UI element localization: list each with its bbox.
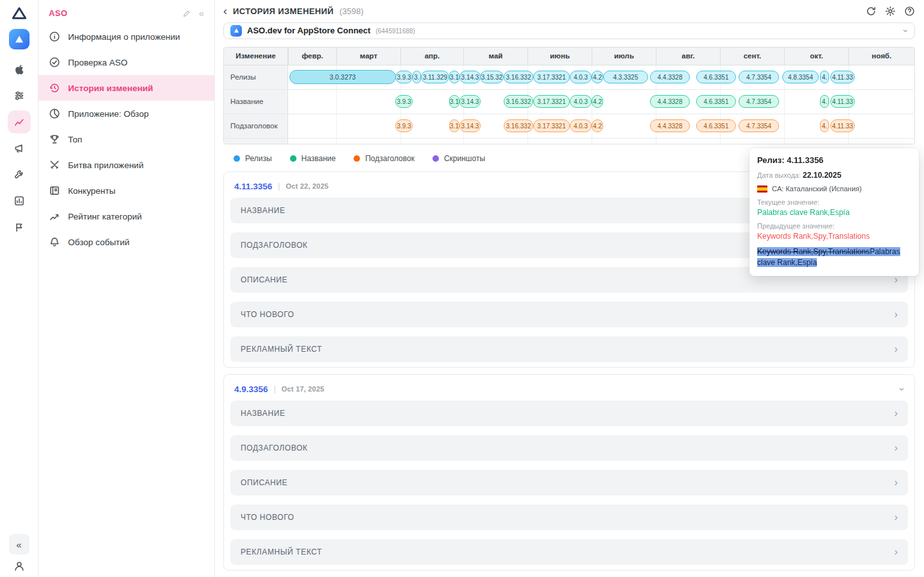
sidebar-item[interactable]: Рейтинг категорий (38, 203, 214, 229)
release-version-link[interactable]: 4.9.3356 (234, 384, 268, 394)
chevron-down-icon[interactable]: › (898, 388, 907, 391)
reports-icon[interactable] (8, 189, 31, 212)
sidebar-item[interactable]: Битва приложений (38, 152, 214, 178)
version-pill[interactable]: 3.0.3273 (289, 70, 396, 84)
legend-item[interactable]: Релизы (234, 154, 272, 163)
sidebar-item[interactable]: Проверка ASO (38, 49, 214, 75)
sidebar-item[interactable]: Топ (38, 126, 214, 152)
field-row[interactable]: ЧТО НОВОГО› (230, 504, 908, 530)
refresh-icon[interactable] (866, 6, 877, 17)
version-pill[interactable]: 3.9.3 (395, 71, 413, 83)
grid-cell (848, 90, 914, 114)
settings-icon[interactable] (885, 6, 896, 17)
tooltip-title: Релиз: 4.11.3356 (757, 155, 911, 165)
sidebar-item[interactable]: Обзор событий (38, 229, 214, 255)
timeline-row: Подзаголовок3.9.33.13.14.33.16.3323.17.3… (224, 114, 914, 139)
version-pill[interactable]: 4.7.3354 (739, 95, 779, 108)
version-pill[interactable]: 3.16.332 (504, 71, 533, 83)
version-pill[interactable]: 3.14.3 (459, 71, 481, 83)
field-row[interactable]: ЧТО НОВОГО› (230, 302, 908, 327)
version-pill[interactable]: 3.17.3321 (533, 95, 570, 108)
help-icon[interactable] (904, 6, 915, 17)
metrics-icon[interactable] (8, 84, 31, 107)
version-pill[interactable]: 4.6.3351 (696, 119, 736, 132)
sidebar-item[interactable]: История изменений (38, 75, 214, 101)
version-pill[interactable]: 4.4.3328 (650, 71, 690, 83)
appstore-icon[interactable] (8, 58, 31, 81)
version-pill[interactable]: 4. (820, 71, 829, 83)
version-pill[interactable]: 4.11.33 (830, 119, 855, 132)
version-pill[interactable]: 4. (820, 95, 829, 108)
version-pill[interactable]: 4.0.3 (570, 119, 592, 132)
version-pill[interactable]: 4.7.3354 (739, 71, 779, 83)
field-row[interactable]: ПОДЗАГОЛОВОК› (230, 435, 908, 461)
announce-icon[interactable] (8, 137, 31, 160)
grid-cell (288, 114, 336, 138)
version-pill[interactable]: 4.0.3 (570, 95, 592, 108)
legend-item[interactable]: Название (290, 154, 336, 163)
collapse-rail-button[interactable]: « (9, 534, 30, 555)
version-pill[interactable]: 3.14.3 (459, 119, 481, 132)
field-row[interactable]: РЕКЛАМНЫЙ ТЕКСТ› (230, 336, 908, 362)
field-row[interactable]: ОПИСАНИЕ› (230, 470, 908, 495)
grid-cell (336, 139, 400, 144)
sidebar-item-label: Битва приложений (68, 160, 144, 170)
legend-item[interactable]: Скриншоты (432, 154, 485, 163)
version-pill[interactable]: 3. (413, 71, 421, 83)
field-label: ЧТО НОВОГО (241, 513, 295, 522)
version-pill[interactable]: 3.17.3321 (533, 119, 570, 132)
version-pill[interactable]: 4. (820, 119, 829, 132)
version-pill[interactable]: 4.2 (592, 95, 603, 108)
flag-icon[interactable] (8, 216, 31, 239)
version-pill[interactable]: 3.11.329 (421, 71, 449, 83)
version-pill[interactable]: 3.1 (449, 119, 459, 132)
version-pill[interactable]: 3.1 (449, 95, 459, 108)
sidebar-item[interactable]: Информация о приложении (38, 24, 214, 49)
version-pill[interactable]: 4.8.3354 (782, 71, 819, 83)
version-pill[interactable]: 4.11.33 (830, 95, 855, 108)
back-button[interactable]: ‹ (223, 5, 227, 17)
version-pill[interactable]: 4.6.3351 (696, 71, 736, 83)
version-pill[interactable]: 4.3.3325 (603, 71, 648, 83)
version-pill[interactable]: 3.15.32 (480, 71, 504, 83)
grid-cell (336, 90, 400, 114)
version-pill[interactable]: 4.7.3354 (739, 119, 779, 132)
version-pill[interactable]: 3.16.332 (504, 119, 533, 132)
version-pill[interactable]: 3.14.3 (459, 95, 481, 108)
version-pill[interactable]: 4.6.3351 (696, 95, 736, 108)
month-header: май (463, 47, 527, 65)
version-pill[interactable]: 3.9.3 (395, 95, 413, 108)
version-pill[interactable]: 3.17.3321 (533, 71, 570, 83)
chevron-down-icon: › (902, 29, 911, 32)
version-pill[interactable]: 3.1 (449, 71, 459, 83)
version-pill[interactable]: 4.2 (592, 71, 603, 83)
tooltip-current-label: Текущее значение: (757, 198, 911, 206)
field-row[interactable]: НАЗВАНИЕ› (230, 400, 908, 426)
version-pill[interactable]: 4.11.33 (830, 71, 855, 83)
sidebar-item-label: Проверка ASO (68, 58, 128, 67)
tools-icon[interactable] (8, 163, 31, 186)
sidebar-item[interactable]: Приложение: Обзор (38, 101, 214, 126)
version-pill[interactable]: 4.0.3 (570, 71, 592, 83)
version-pill[interactable]: 3.9.3 (395, 119, 413, 132)
legend-label: Подзаголовок (365, 154, 415, 163)
analytics-icon[interactable] (8, 110, 31, 133)
field-label: НАЗВАНИЕ (241, 409, 286, 418)
timeline-row: Скриншоты3.9.33.11.3293.14. (224, 139, 914, 144)
legend-item[interactable]: Подзаголовок (354, 154, 415, 163)
timeline-row-label: Подзаголовок (224, 114, 288, 138)
tooltip-locale: CA: Каталанский (Испания) (757, 185, 911, 193)
version-pill[interactable]: 4.4.3328 (650, 95, 690, 108)
version-pill[interactable]: 4.4.3328 (650, 119, 690, 132)
current-app-icon[interactable] (9, 29, 30, 49)
version-pill[interactable]: 3.16.332 (504, 95, 533, 108)
app-selector[interactable]: ASO.dev for AppStore Connect (6445911688… (223, 22, 915, 39)
edit-icon[interactable] (182, 9, 191, 18)
collapse-sidebar-icon[interactable]: « (199, 8, 204, 18)
version-pill[interactable]: 4.2 (592, 119, 603, 132)
release-version-link[interactable]: 4.11.3356 (234, 182, 272, 191)
timeline-row-label: Скриншоты (224, 139, 288, 144)
sidebar-item[interactable]: Конкуренты (38, 178, 214, 203)
field-row[interactable]: РЕКЛАМНЫЙ ТЕКСТ› (230, 539, 908, 565)
user-icon[interactable] (13, 560, 25, 572)
